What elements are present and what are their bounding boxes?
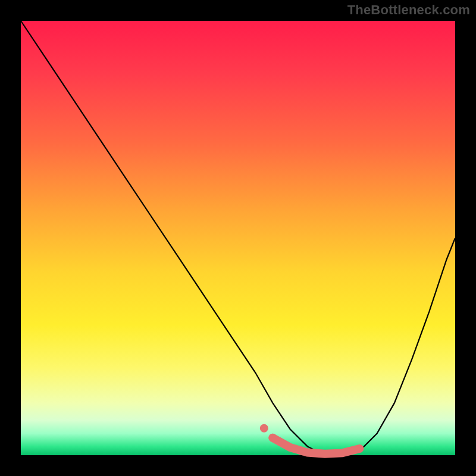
curve-svg [21,21,455,455]
chart-frame: TheBottleneck.com [0,0,476,476]
optimal-range-highlight [273,438,359,454]
plot-area [21,21,455,455]
accent-dots [260,424,277,442]
watermark-text: TheBottleneck.com [347,2,470,18]
accent-dot [268,434,277,442]
accent-dot [260,424,268,433]
bottleneck-curve [21,21,455,455]
